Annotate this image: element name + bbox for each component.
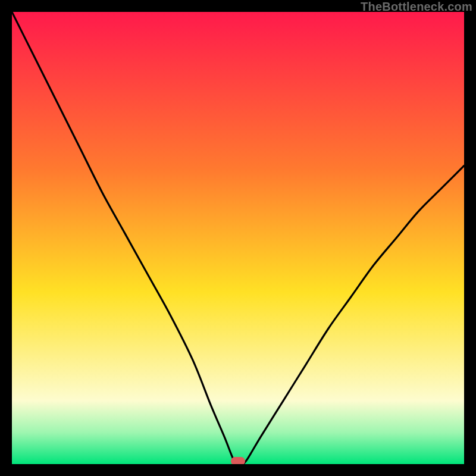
chart-frame: TheBottleneck.com xyxy=(0,0,476,476)
optimal-marker xyxy=(231,457,245,464)
plot-area xyxy=(12,12,464,464)
bottleneck-curve xyxy=(12,12,464,464)
